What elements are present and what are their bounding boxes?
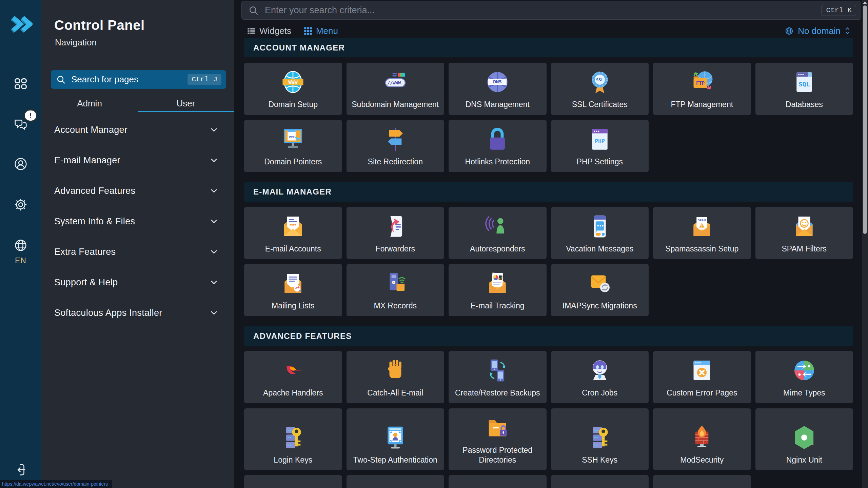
card-domain-setup[interactable]: WWWDomain Setup [244,63,342,115]
card-hotlinks-protection[interactable]: Hotlinks Protection [449,120,547,172]
svg-text:www: www [289,135,295,138]
sidebar-item-extra-features[interactable]: Extra Features [41,237,234,267]
rail-item-dashboard[interactable] [12,75,29,93]
card-password-protected-directories[interactable]: ***Password Protected Directories [449,408,547,470]
card-label: Login Keys [274,455,312,465]
svg-text:SSL: SSL [596,78,604,82]
card-vacation-messages[interactable]: Vacation Messages [551,207,649,259]
card-wordpress[interactable]: W [551,475,649,488]
svg-text:FTP: FTP [696,80,705,86]
rail-item-account[interactable] [12,155,29,173]
card-custom-error-pages[interactable]: Custom Error Pages [653,351,751,403]
card-label: Password Protected Directories [453,445,542,465]
global-search[interactable]: Ctrl K [241,1,861,20]
logout-button[interactable] [12,461,29,479]
brand-logo-icon[interactable] [9,14,33,37]
card-mailing-lists[interactable]: Mailing Lists [244,264,342,316]
rail-item-messages[interactable]: ! [12,115,29,132]
card-redis[interactable] [347,475,445,488]
card-label: FTP Management [671,100,733,109]
card-ssh-keys[interactable]: SSH Keys [551,408,649,470]
rail-item-language[interactable] [12,237,29,254]
card-subdomain-management[interactable]: //WWW.Subdomain Management [347,63,445,115]
page-subtitle: Navigation [55,37,97,48]
card-create-restore-backups[interactable]: Create/Restore Backups [449,351,547,403]
card-forwarders[interactable]: Forwarders [347,207,445,259]
link-status-tooltip: https://da.wepwawet.net/evo/user/domain-… [0,480,112,488]
card-mime-types[interactable]: Mime Types [755,351,853,403]
card-imapsync-migrations[interactable]: IMAPSync Migrations [551,264,649,316]
card-label: Databases [786,100,823,109]
subdomain-management-icon: //WWW. [381,68,410,96]
card-e-mail-tracking[interactable]: E-mail Tracking [449,264,547,316]
tab-user[interactable]: User [138,96,234,112]
card-ftp-management[interactable]: FTPFTP Management [653,63,751,115]
backups-icon [483,356,512,385]
card-modsecurity[interactable]: ModSecurity [653,408,751,470]
ssl-certificates-icon: SSL [586,68,614,96]
card-nginx[interactable]: N [244,475,342,488]
nginx-unit-icon [790,423,818,452]
section-header-account-manager: ACCOUNT MANAGER [244,38,853,57]
global-search-input[interactable] [265,5,822,16]
card-php-settings[interactable]: PHPPHP Settings [551,120,649,172]
page-title: Control Panel [54,18,145,33]
section-header-e-mail-manager: E-MAIL MANAGER [244,182,853,202]
view-tab-widgets[interactable]: Widgets [247,26,291,36]
sidebar-search[interactable]: Ctrl J [51,70,226,89]
card-spamassassin-setup[interactable]: SPAMSpamassassin Setup [653,207,751,259]
card-label: SPAM Filters [782,244,827,254]
chevron-down-icon [209,216,219,226]
card-apache-handlers[interactable]: Apache Handlers [244,351,342,403]
card-git[interactable] [449,475,547,488]
mx-records-icon [381,269,410,298]
sidebar-item-softaculous-apps-installer[interactable]: Softaculous Apps Installer [41,298,234,328]
sidebar-item-label: Account Manager [54,125,209,135]
sidebar-search-input[interactable] [71,74,188,85]
spam-filters-icon [790,212,818,241]
domain-selector-label: No domain [798,26,841,36]
card-databases[interactable]: SQLDatabases [755,63,853,115]
sidebar-item-support-help[interactable]: Support & Help [41,267,234,298]
card-nginx-unit[interactable]: Nginx Unit [755,408,853,470]
domain-selector[interactable]: No domain [785,24,850,38]
card-two-step-authentication[interactable]: Two-Step Authentication [347,408,445,470]
card-site-redirection[interactable]: Site Redirection [347,120,445,172]
vertical-scrollbar[interactable] [862,0,868,488]
scroll-up-arrow[interactable] [863,1,867,4]
sidebar-item-advanced-features[interactable]: Advanced Features [41,176,234,206]
sidebar-item-label: System Info & Files [54,216,209,227]
card-label: Autoresponders [470,244,525,254]
svg-text:***: *** [394,363,397,367]
card-autoresponders[interactable]: Autoresponders [449,207,547,259]
sidebar-item-label: E-mail Manager [54,155,209,166]
card-mx-records[interactable]: MX Records [347,264,445,316]
email-accounts-icon: **** [279,212,307,241]
card-e-mail-accounts[interactable]: ****E-mail Accounts [244,207,342,259]
globe-icon [785,26,794,36]
card-login-keys[interactable]: Login Keys [244,408,342,470]
sidebar-item-e-mail-manager[interactable]: E-mail Manager [41,145,234,176]
search-icon [56,75,66,84]
card-ssl-certificates[interactable]: SSLSSL Certificates [551,63,649,115]
svg-text:WWW: WWW [289,79,298,85]
view-tab-label: Menu [316,26,338,36]
view-tab-menu[interactable]: Menu [303,26,338,36]
card-catch-all-e-mail[interactable]: ***Catch-All E-mail [347,351,445,403]
sidebar-tabs: Admin User [41,96,234,112]
shortcut-badge: Ctrl J [188,74,221,85]
sidebar-item-account-manager[interactable]: Account Manager [41,115,234,145]
sidebar-item-system-info-files[interactable]: System Info & Files [41,206,234,237]
card-dns-management[interactable]: DNSDNS Management [449,63,547,115]
tab-admin[interactable]: Admin [41,96,138,112]
card-spam-filters[interactable]: SPAM Filters [755,207,853,259]
rail-item-settings[interactable] [12,196,29,214]
card-domain-pointers[interactable]: wwwDomain Pointers [244,120,342,172]
card-security-shield[interactable] [653,475,751,488]
card-label: Domain Setup [268,100,318,109]
card-label: IMAPSync Migrations [563,301,637,311]
mime-types-icon [790,356,818,385]
chevron-down-icon [209,125,219,135]
card-cron-jobs[interactable]: Cron Jobs [551,351,649,403]
scrollbar-thumb[interactable] [863,5,867,234]
